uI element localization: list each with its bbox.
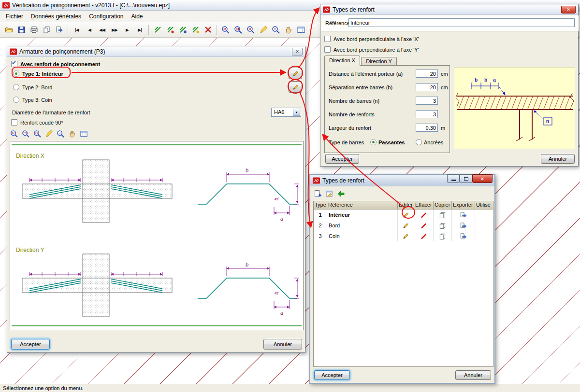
close-button[interactable]: ✕	[561, 6, 576, 14]
dropdown-button[interactable]: ▼	[293, 109, 300, 116]
table-row[interactable]: 2 Bord	[314, 220, 493, 231]
edge-y-label[interactable]: Avec bord perpendiculaire à l'axe 'Y'	[334, 46, 419, 54]
edit-row-button[interactable]	[398, 210, 414, 220]
preview-zoom-out-button[interactable]	[55, 128, 66, 139]
reinforcements-count-input[interactable]	[416, 110, 438, 118]
redraw-button[interactable]: R	[220, 24, 232, 36]
menu-donnees-generales[interactable]: Données générales	[27, 11, 85, 22]
ancrees-label[interactable]: Ancrées	[424, 139, 443, 146]
delete-reinforcement-button[interactable]	[202, 24, 214, 36]
delete-row-button[interactable]	[414, 220, 434, 231]
type-2-label[interactable]: Type 2: Bord	[22, 84, 52, 91]
rebar-tool-4-button[interactable]	[189, 24, 201, 36]
export-row-button[interactable]	[452, 231, 475, 241]
nav-prev-button[interactable]: ◀	[84, 24, 95, 36]
drawing-area[interactable]: b a 45° Direction X Direction Y	[10, 141, 304, 330]
type-1-radio[interactable]	[13, 70, 19, 77]
export-button[interactable]	[53, 24, 65, 36]
accept-button[interactable]: Accepter	[314, 370, 350, 380]
rebar-tool-2-button[interactable]	[164, 24, 176, 36]
save-button[interactable]	[15, 24, 27, 36]
nav-next-button[interactable]: ▶	[121, 24, 133, 36]
cancel-button[interactable]: Annuler	[263, 339, 302, 350]
passantes-radio[interactable]	[370, 139, 377, 145]
edit-type-button[interactable]	[289, 68, 302, 79]
nav-prev-fast-button[interactable]: ◀◀	[96, 24, 108, 36]
maximize-button[interactable]	[460, 174, 472, 183]
minimize-button[interactable]	[447, 174, 460, 183]
copy-button[interactable]	[41, 24, 52, 36]
edit-row-button[interactable]	[398, 231, 414, 241]
preview-zoom-window-button[interactable]	[20, 128, 31, 139]
rebar-tool-1-button[interactable]	[152, 24, 163, 36]
open-button[interactable]	[3, 24, 14, 36]
cancel-button[interactable]: Annuler	[455, 370, 491, 380]
reference-cell[interactable]: Intérieur	[327, 210, 398, 220]
measure-button[interactable]	[258, 24, 269, 36]
export-row-button[interactable]	[452, 210, 475, 220]
add-type-button[interactable]	[312, 188, 323, 199]
zoom-extents-button[interactable]	[245, 24, 257, 36]
accept-button[interactable]: Accepter	[325, 154, 359, 164]
distance-a-input[interactable]	[416, 70, 438, 78]
zoom-out-button[interactable]	[270, 24, 282, 36]
type-cell[interactable]: 2	[314, 220, 327, 231]
edge-x-label[interactable]: Avec bord perpendiculaire à l'axe 'X'	[334, 36, 419, 43]
ancrees-radio[interactable]	[416, 139, 422, 145]
copy-row-button[interactable]	[434, 210, 452, 220]
hook-90-checkbox[interactable]	[11, 119, 17, 126]
separation-b-input[interactable]	[416, 83, 438, 91]
type-3-radio[interactable]	[13, 97, 19, 103]
tab-direction-x[interactable]: Direction X	[324, 56, 360, 66]
preview-measure-button[interactable]	[44, 128, 54, 139]
with-reinforcement-checkbox[interactable]: ✔	[11, 61, 17, 67]
preview-redraw-button[interactable]: R	[9, 128, 19, 139]
nav-next-fast-button[interactable]: ▶▶	[109, 24, 120, 36]
accept-button[interactable]: Accepter	[11, 339, 50, 350]
table-row[interactable]: 1 Intérieur	[314, 210, 493, 220]
cancel-button[interactable]: Annuler	[541, 154, 575, 164]
print-button[interactable]	[28, 24, 40, 36]
width-input[interactable]	[416, 124, 438, 132]
type-2-radio[interactable]	[13, 84, 19, 90]
import-type-button[interactable]	[335, 188, 346, 199]
close-button[interactable]: ✕	[472, 174, 493, 183]
bars-count-input[interactable]	[416, 97, 438, 105]
manage-types-button[interactable]	[324, 188, 334, 199]
edge-y-checkbox[interactable]	[324, 46, 331, 53]
hook-90-label[interactable]: Renfort coudé 90°	[20, 119, 63, 126]
table-row[interactable]: 3 Coin	[314, 231, 493, 241]
close-button[interactable]: ✕	[292, 48, 303, 56]
capture-button[interactable]	[295, 24, 307, 36]
edit-types-list-button[interactable]	[289, 81, 302, 93]
menu-fichier[interactable]: Fichier	[2, 11, 27, 22]
copy-row-button[interactable]	[434, 231, 452, 241]
preview-capture-button[interactable]	[78, 128, 89, 139]
nav-first-button[interactable]: |◀	[71, 24, 83, 36]
rebar-tool-3-button[interactable]	[177, 24, 188, 36]
preview-zoom-extents-button[interactable]	[32, 128, 43, 139]
edit-row-button[interactable]	[398, 220, 414, 231]
export-row-button[interactable]	[452, 220, 475, 231]
type-cell[interactable]: 3	[314, 231, 327, 241]
preview-pan-button[interactable]	[67, 128, 77, 139]
reference-input[interactable]	[348, 18, 575, 27]
reference-cell[interactable]: Coin	[327, 231, 398, 241]
nav-last-button[interactable]: ▶|	[134, 24, 145, 36]
delete-row-button[interactable]	[414, 210, 434, 220]
with-reinforcement-label[interactable]: Avec renfort de poinçonnement	[20, 61, 100, 68]
passantes-label[interactable]: Passantes	[378, 139, 405, 146]
diameter-select[interactable]: HA6 ▼	[271, 108, 301, 117]
copy-row-button[interactable]	[434, 220, 452, 231]
reference-cell[interactable]: Bord	[327, 220, 398, 231]
tab-direction-y[interactable]: Direction Y	[361, 57, 397, 66]
edge-x-checkbox[interactable]	[324, 36, 331, 42]
zoom-window-button[interactable]	[232, 24, 244, 36]
pan-button[interactable]	[283, 24, 294, 36]
menu-aide[interactable]: Aide	[128, 11, 147, 22]
type-1-label[interactable]: Type 1: Intérieur	[22, 70, 63, 78]
delete-row-button[interactable]	[414, 231, 434, 241]
type-cell[interactable]: 1	[314, 210, 327, 220]
type-3-label[interactable]: Type 3: Coin	[22, 97, 52, 104]
menu-configuration[interactable]: Configuration	[85, 11, 127, 22]
